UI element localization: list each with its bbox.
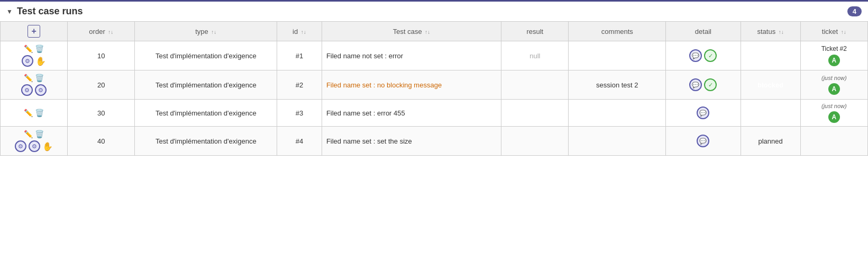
cell-detail-4: 💬 [666,127,741,156]
section-title: Test case runs [17,6,83,17]
table-row: ⚙⚙✋40Test d'implémentation d'exigence#4F… [1,127,868,156]
sort-type-icon: ↑↓ [211,29,216,35]
comment-icon[interactable]: 💬 [697,135,709,147]
ticket-time: (just now) [821,75,847,81]
cell-id-4: #4 [277,127,322,156]
cell-detail-2: 💬✓ [666,70,741,100]
action-icons-3 [5,109,63,117]
avatar: A [828,55,840,66]
cog-icon[interactable]: ⚙ [15,140,26,152]
avatar: A [828,83,840,95]
cell-ticket-1: Ticket #2A [800,41,867,70]
col-header-comments: comments [569,22,666,41]
cell-result-3 [501,100,569,127]
cell-ticket-3: (just now)A [800,100,867,127]
col-header-ticket[interactable]: ticket ↑↓ [800,22,867,41]
cell-result-4 [501,127,569,156]
table-header-row: + order ↑↓ type ↑↓ id ↑↓ Test case ↑↓ re… [1,22,868,41]
sort-testcase-icon: ↑↓ [425,29,430,35]
cell-comments-3 [569,100,666,127]
cell-actions-4: ⚙⚙✋ [1,127,68,156]
avatar: A [828,111,840,123]
hand-icon[interactable]: ✋ [35,56,46,66]
ticket-time: (just now) [821,103,847,109]
comment-icon[interactable]: 💬 [697,107,709,119]
col-header-status[interactable]: status ↑↓ [741,22,800,41]
pencil-icon[interactable] [24,45,33,53]
cog-icon[interactable]: ⚙ [21,84,33,96]
cell-detail-3: 💬 [666,100,741,127]
section-container: ▼ Test case runs 4 + order ↑↓ [0,0,868,156]
sort-status-icon: ↑↓ [779,29,784,35]
cell-testcase-3: Filed name set : error 455 [322,100,501,127]
ticket-link[interactable]: Ticket #2 [821,45,847,52]
cell-comments-4 [569,127,666,156]
col-header-type[interactable]: type ↑↓ [135,22,277,41]
cell-type-4: Test d'implémentation d'exigence [135,127,277,156]
cell-testcase-2: Filed name set : no blocking message [322,70,501,100]
cell-id-1: #1 [277,41,322,70]
cog2-icon[interactable]: ⚙ [35,84,47,96]
cell-actions-1: ⚙✋ [1,41,68,70]
cog2-icon[interactable]: ⚙ [29,140,40,152]
check-icon[interactable]: ✓ [704,78,717,91]
cell-ticket-4 [800,127,867,156]
cell-status-2[interactable]: blocked [741,70,800,100]
cell-comments-2: session test 2 [569,70,666,100]
cell-order-1: 10 [68,41,135,70]
action-icons-4: ⚙⚙✋ [5,130,63,152]
cell-order-3: 30 [68,100,135,127]
cell-order-4: 40 [68,127,135,156]
hand-icon[interactable]: ✋ [42,141,53,152]
cell-status-4[interactable]: planned [741,127,800,156]
sort-ticket-icon: ↑↓ [841,29,846,35]
col-header-result: result [501,22,569,41]
cell-detail-1: 💬✓ [666,41,741,70]
collapse-icon[interactable]: ▼ [6,8,13,15]
pencil-icon[interactable] [24,109,33,117]
count-badge: 4 [847,6,862,16]
cell-type-3: Test d'implémentation d'exigence [135,100,277,127]
cell-status-1[interactable]: failed [741,41,800,70]
table-row: 30Test d'implémentation d'exigence#3File… [1,100,868,127]
col-header-detail: detail [666,22,741,41]
cell-order-2: 20 [68,70,135,100]
col-header-id[interactable]: id ↑↓ [277,22,322,41]
trash-icon[interactable] [35,130,44,138]
pencil-icon[interactable] [24,74,33,82]
section-title-wrap: ▼ Test case runs [6,6,83,17]
cell-result-2 [501,70,569,100]
cell-result-1: null [501,41,569,70]
cell-status-3[interactable]: passed [741,100,800,127]
cell-testcase-4: Filed name set : set the size [322,127,501,156]
check-icon[interactable]: ✓ [704,49,717,62]
cell-actions-3 [1,100,68,127]
table-row: ⚙✋10Test d'implémentation d'exigence#1Fi… [1,41,868,70]
table-row: ⚙⚙20Test d'implémentation d'exigence#2Fi… [1,70,868,100]
sort-order-icon: ↑↓ [108,29,113,35]
comment-icon[interactable]: 💬 [689,78,702,91]
trash-icon[interactable] [35,109,44,117]
add-row-button[interactable]: + [28,25,40,38]
cell-comments-1 [569,41,666,70]
sort-id-icon: ↑↓ [301,29,306,35]
cog-icon[interactable]: ⚙ [22,55,33,67]
col-header-testcase[interactable]: Test case ↑↓ [322,22,501,41]
cell-type-1: Test d'implémentation d'exigence [135,41,277,70]
col-header-order[interactable]: order ↑↓ [68,22,135,41]
col-header-actions[interactable]: + [1,22,68,41]
cell-actions-2: ⚙⚙ [1,70,68,100]
test-case-runs-table: + order ↑↓ type ↑↓ id ↑↓ Test case ↑↓ re… [0,21,868,156]
cell-ticket-2: (just now)A [800,70,867,100]
pencil-icon[interactable] [24,130,33,138]
trash-icon[interactable] [35,45,44,53]
comment-icon[interactable]: 💬 [689,49,702,62]
trash-icon[interactable] [35,74,44,82]
cell-id-2: #2 [277,70,322,100]
cell-id-3: #3 [277,100,322,127]
action-icons-1: ⚙✋ [5,45,63,67]
cell-type-2: Test d'implémentation d'exigence [135,70,277,100]
cell-testcase-1: Filed name not set : error [322,41,501,70]
action-icons-2: ⚙⚙ [5,74,63,96]
section-header: ▼ Test case runs 4 [0,0,868,21]
